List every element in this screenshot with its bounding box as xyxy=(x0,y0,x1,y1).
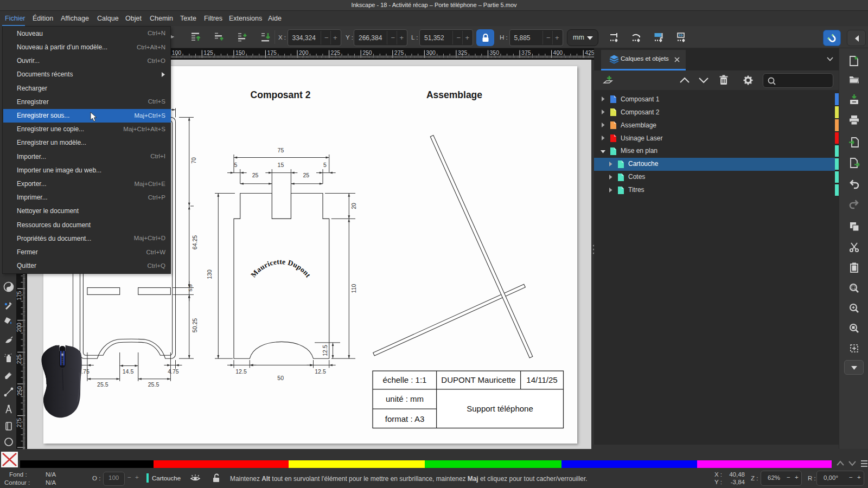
svg-text:64.25: 64.25 xyxy=(192,235,198,249)
svg-text:format : A3: format : A3 xyxy=(385,414,425,423)
svg-text:12.5: 12.5 xyxy=(235,368,247,375)
svg-text:14.5: 14.5 xyxy=(123,368,134,375)
svg-text:110: 110 xyxy=(350,284,357,293)
svg-text:50: 50 xyxy=(277,375,284,381)
svg-text:250: 250 xyxy=(16,386,23,396)
svg-text:25.5: 25.5 xyxy=(148,381,159,388)
svg-text:275: 275 xyxy=(16,418,23,428)
svg-text:225: 225 xyxy=(16,354,23,364)
svg-text:175: 175 xyxy=(16,291,23,300)
svg-text:Support téléphone: Support téléphone xyxy=(467,404,533,413)
svg-text:200: 200 xyxy=(16,323,23,332)
svg-text:12.5: 12.5 xyxy=(315,368,326,375)
svg-text:Assemblage: Assemblage xyxy=(426,89,482,100)
svg-text:5: 5 xyxy=(234,162,238,168)
svg-text:Mauricette Dupont: Mauricette Dupont xyxy=(249,258,312,279)
svg-text:70: 70 xyxy=(190,157,197,164)
svg-text:Composant 2: Composant 2 xyxy=(251,89,311,100)
svg-text:75: 75 xyxy=(278,147,284,153)
svg-text:15: 15 xyxy=(278,162,284,168)
svg-text:unité : mm: unité : mm xyxy=(386,394,424,403)
svg-text:5: 5 xyxy=(323,162,327,168)
svg-text:25: 25 xyxy=(252,172,259,178)
svg-text:DUPONT Mauricette: DUPONT Mauricette xyxy=(441,375,515,384)
svg-text:4.75: 4.75 xyxy=(168,368,179,375)
svg-text:130: 130 xyxy=(206,269,213,279)
svg-text:20: 20 xyxy=(350,203,357,209)
svg-text:5.5: 5.5 xyxy=(187,284,193,291)
svg-text:14/11/25: 14/11/25 xyxy=(526,375,557,384)
svg-text:50.25: 50.25 xyxy=(192,318,198,332)
svg-text:25.5: 25.5 xyxy=(97,381,108,388)
svg-text:25: 25 xyxy=(303,172,309,178)
svg-text:12.5: 12.5 xyxy=(322,345,328,356)
svg-text:échelle : 1:1: échelle : 1:1 xyxy=(383,375,427,384)
